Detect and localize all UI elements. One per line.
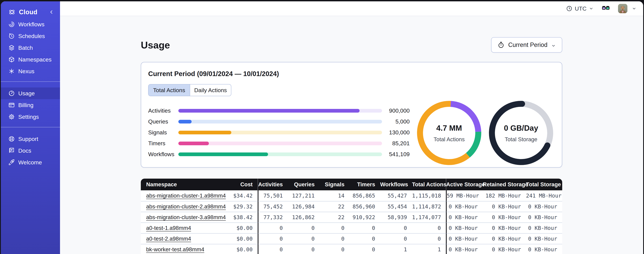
tab-total-actions[interactable]: Total Actions (148, 84, 190, 96)
table-row: abs-migration-cluster-1.a98mm4$34.4275,5… (141, 190, 562, 201)
usage-icon (8, 90, 15, 97)
namespace-link[interactable]: a0-test-2.a98mm4 (146, 236, 191, 242)
schedules-icon (8, 33, 15, 39)
column-header-total-actions: Total Actions (412, 178, 446, 190)
namespace-link[interactable]: abs-migration-cluster-3.a98mm4 (146, 214, 226, 220)
table-cell: $29.32 (220, 201, 258, 212)
table-cell: 0 (350, 233, 380, 244)
table-cell: 0 (320, 233, 350, 244)
donut-charts: 4.7 MM Total Actions 0 GB/Day Total Stor… (416, 100, 554, 166)
table-cell: 1 (380, 244, 412, 254)
column-header-cost: Cost (220, 178, 258, 190)
page-title: Usage (141, 39, 170, 50)
clock-icon (566, 5, 572, 12)
sidebar-item-label: Schedules (18, 33, 45, 39)
sidebar: Cloud WorkflowsSchedulesBatchNamespacesN… (1, 1, 60, 254)
sidebar-item-schedules[interactable]: Schedules (1, 30, 60, 42)
sidebar-item-billing[interactable]: Billing (1, 99, 60, 111)
timezone-label: UTC (575, 5, 586, 12)
table-cell: 0 KB-Hour (526, 222, 562, 233)
sidebar-item-batch[interactable]: Batch (1, 42, 60, 54)
nexus-icon (8, 68, 15, 74)
table-cell: 1,115,018 (412, 190, 446, 201)
bar-value: 5,000 (396, 118, 410, 125)
bar-fill (178, 152, 268, 156)
table-cell: 75,501 (258, 190, 288, 201)
sidebar-item-label: Support (18, 136, 38, 142)
brand-label: Cloud (19, 8, 38, 16)
table-row: abs-migration-cluster-2.a98mm4$29.3275,4… (141, 201, 562, 212)
labs-glasses-icon[interactable] (601, 4, 610, 13)
sidebar-item-namespaces[interactable]: Namespaces (1, 54, 60, 65)
sidebar-item-support[interactable]: Support (1, 133, 60, 145)
table-cell: $34.42 (220, 190, 258, 201)
table-cell: 14 (320, 190, 350, 201)
table-cell: 55,454 (380, 201, 412, 212)
table-cell: 0 (320, 244, 350, 254)
bar-value: 541,109 (389, 151, 410, 158)
sidebar-item-settings[interactable]: Settings (1, 111, 60, 123)
app-window: UTC (1, 1, 643, 254)
bar-track (178, 109, 382, 112)
sidebar-item-nexus[interactable]: Nexus (1, 65, 60, 77)
bar-fill (178, 120, 192, 124)
namespace-link[interactable]: a0-test-1.a98mm4 (146, 225, 191, 231)
table-cell: 126,984 (288, 201, 320, 212)
table-cell: 0 KB-Hour (526, 233, 562, 244)
column-header-queries: Queries (288, 178, 320, 190)
table-cell: 856,865 (350, 190, 380, 201)
column-header-activities: Activities (258, 178, 288, 190)
sidebar-item-label: Welcome (18, 159, 42, 166)
sidebar-brand[interactable]: Cloud (1, 7, 60, 18)
table-cell: 0 KB-Hour (446, 233, 483, 244)
table-cell: 0 (412, 233, 446, 244)
table-row: abs-migration-cluster-3.a98mm4$38.4277,3… (141, 212, 562, 222)
usage-bar-queries: Queries5,000 (148, 116, 410, 127)
sidebar-item-label: Usage (18, 90, 35, 97)
usage-bar-workflows: Workflows541,109 (148, 149, 410, 160)
total-storage-value: 0 GB/Day (504, 124, 538, 132)
sidebar-item-label: Settings (18, 114, 39, 120)
user-menu[interactable] (618, 4, 636, 13)
table-cell: 0 (258, 244, 288, 254)
sidebar-collapse-button[interactable] (48, 9, 54, 15)
period-selector-button[interactable]: Current Period (491, 37, 562, 52)
table-cell: $0.00 (220, 244, 258, 254)
tab-daily-actions[interactable]: Daily Actions (190, 84, 231, 96)
table-row: bk-worker-test.a98mm4$0.000000110 KB-Hou… (141, 244, 562, 254)
table-cell: 0 (288, 233, 320, 244)
table-cell: 1,174,077 (412, 212, 446, 222)
table-cell: 0 (380, 233, 412, 244)
namespace-link[interactable]: abs-migration-cluster-2.a98mm4 (146, 204, 226, 210)
sidebar-item-label: Docs (18, 148, 31, 154)
timezone-selector[interactable]: UTC (566, 5, 594, 12)
actions-bar-chart: Activities900,000Queries5,000Signals130,… (148, 105, 410, 160)
table-cell: 1,114,872 (412, 201, 446, 212)
table-cell: 126,862 (288, 212, 320, 222)
bar-label: Activities (148, 108, 178, 114)
table-cell: 0 (350, 222, 380, 233)
sidebar-item-docs[interactable]: Docs (1, 145, 60, 156)
namespaces-icon (8, 56, 15, 63)
sidebar-item-welcome[interactable]: Welcome (1, 156, 60, 168)
table-cell: 22 (320, 212, 350, 222)
table-cell: 0 (258, 222, 288, 233)
namespace-link[interactable]: bk-worker-test.a98mm4 (146, 246, 204, 252)
table-cell: 182 MB-Hour (483, 190, 526, 201)
table-cell: 0 KB-Hour (483, 212, 526, 222)
table-cell: 0 (350, 244, 380, 254)
sidebar-item-workflows[interactable]: Workflows (1, 18, 60, 30)
sidebar-item-label: Nexus (18, 68, 34, 74)
sidebar-item-usage[interactable]: Usage (1, 88, 60, 99)
column-header-namespace: Namespace (141, 178, 220, 190)
namespace-usage-table: NamespaceCostActivitiesQueriesSignalsTim… (141, 178, 562, 254)
bar-track (178, 131, 382, 134)
actions-view-tabs: Total Actions Daily Actions (148, 84, 231, 96)
table-cell: 0 KB-Hour (526, 201, 562, 212)
period-selector-label: Current Period (508, 42, 548, 48)
column-header-workflows: Workflows (380, 178, 412, 190)
table-row: a0-test-2.a98mm4$0.000000000 KB-Hour0 KB… (141, 233, 562, 244)
table-cell: 0 (288, 244, 320, 254)
namespace-link[interactable]: abs-migration-cluster-1.a98mm4 (146, 192, 226, 199)
table-cell: 59 MB-Hour (446, 190, 483, 201)
